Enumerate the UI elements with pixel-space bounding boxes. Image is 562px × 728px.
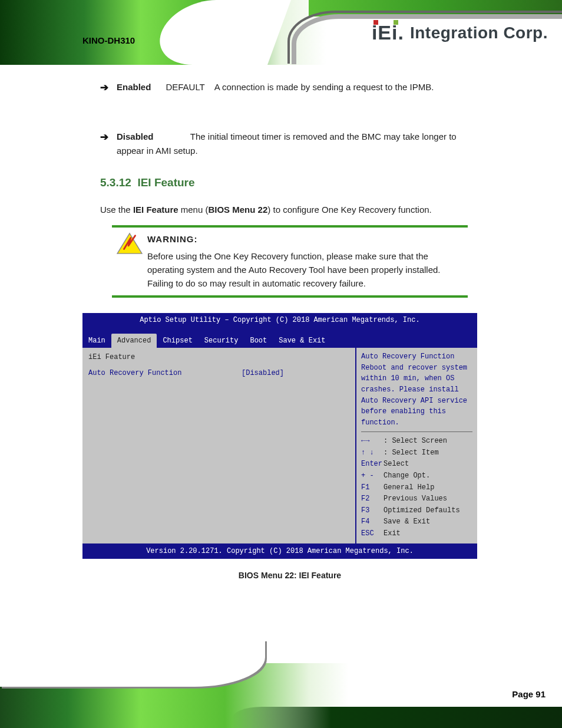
key-desc: : Select Item	[384, 449, 439, 457]
bios-tab-advanced[interactable]: Advanced	[111, 334, 157, 348]
bios-key-f3: F3Optimized Defaults	[361, 505, 472, 516]
logo-dot: .	[398, 21, 404, 44]
key-glyph: F4	[361, 516, 384, 528]
key-glyph: F3	[361, 505, 384, 516]
bios-key-f2: F2Previous Values	[361, 493, 472, 505]
bottom-white-swoosh	[0, 640, 265, 687]
logo-letter-i1: i	[372, 21, 378, 44]
warning-title: WARNING:	[147, 232, 464, 246]
bios-item-value: [Disabled]	[242, 368, 284, 379]
bios-key-ud: ↑ ↓: Select Item	[361, 447, 472, 459]
arrow-right-icon: ➔	[100, 130, 108, 157]
warning-inner: WARNING: Before using the One Key Recove…	[112, 228, 468, 295]
key-glyph: + -	[361, 470, 384, 482]
bios-help-text: Auto Recovery Function Reboot and recove…	[361, 351, 472, 428]
bullet-disabled-body: Disabled The initial timeout timer is re…	[117, 130, 480, 157]
key-desc: General Help	[384, 483, 434, 492]
key-glyph: Enter	[361, 459, 384, 470]
bios-key-lr: ←→: Select Screen	[361, 436, 472, 447]
bios-screen: Aptio Setup Utility – Copyright (C) 2018…	[82, 313, 477, 559]
bios-tab-main[interactable]: Main	[82, 334, 111, 348]
key-desc: Select	[384, 460, 409, 468]
bios-item-auto-recovery[interactable]: Auto Recovery Function [Disabled]	[88, 367, 349, 380]
bullet-enabled-default: DEFAULT	[166, 82, 204, 92]
key-glyph: ESC	[361, 528, 384, 539]
key-desc: Optimized Defaults	[384, 506, 460, 515]
bios-key-enter: EnterSelect	[361, 459, 472, 470]
bios-key-esc: ESCExit	[361, 528, 472, 539]
bios-setup-title: Aptio Setup Utility – Copyright (C) 2018…	[82, 313, 477, 326]
bios-body: iEi Feature Auto Recovery Function [Disa…	[82, 348, 477, 543]
bios-group-label: iEi Feature	[88, 351, 349, 364]
logo-letter-i2: i	[392, 21, 398, 44]
bios-tab-boot[interactable]: Boot	[244, 334, 273, 348]
key-glyph: F2	[361, 493, 384, 505]
bios-key-pm: + -Change Opt.	[361, 470, 472, 482]
bios-tab-chipset[interactable]: Chipset	[157, 334, 198, 348]
bios-divider	[361, 431, 472, 432]
key-desc: : Select Screen	[384, 437, 447, 445]
key-glyph: F1	[361, 482, 384, 493]
model-name: KINO-DH310	[82, 35, 135, 45]
bios-tab-save-exit[interactable]: Save & Exit	[273, 334, 331, 348]
key-desc: Change Opt.	[384, 472, 430, 480]
key-glyph: ↑ ↓	[361, 447, 384, 459]
warning-rule-bottom	[112, 295, 468, 298]
bios-group-text: iEi Feature	[88, 352, 242, 363]
bullet-enabled-body: Enabled DEFAULT A connection is made by …	[117, 80, 480, 95]
iei-logo: i E i .	[372, 21, 404, 44]
bios-footer: Version 2.20.1271. Copyright (C) 2018 Am…	[82, 543, 477, 559]
key-desc: Exit	[384, 529, 401, 538]
section-title: IEI Feature	[137, 176, 194, 189]
arrow-right-icon: ➔	[100, 80, 108, 95]
bullet-enabled: ➔ Enabled DEFAULT A connection is made b…	[100, 80, 480, 95]
logo-letter-e: E	[378, 21, 392, 44]
section-number: 5.3.12	[100, 176, 131, 189]
warning-icon	[115, 232, 144, 255]
bullet-disabled-desc: The initial timeout timer is removed and…	[117, 131, 457, 155]
bios-tab-security[interactable]: Security	[199, 334, 244, 348]
bios-header: Aptio Setup Utility – Copyright (C) 2018…	[82, 313, 477, 348]
top-banner: i E i . Integration Corp. KINO-DH310	[0, 0, 562, 65]
bottom-banner: Page 91	[0, 663, 562, 728]
bottom-dark-bar	[232, 707, 562, 728]
page-num: 91	[535, 689, 546, 699]
warning-text: Before using the One Key Recovery functi…	[147, 249, 464, 291]
bios-item-label: Auto Recovery Function	[88, 368, 242, 379]
warning-block: WARNING: Before using the One Key Recove…	[112, 225, 468, 298]
bullet-enabled-label: Enabled	[117, 82, 151, 92]
page-label: Page	[512, 689, 533, 699]
key-glyph: ←→	[361, 436, 384, 447]
bios-key-help: ←→: Select Screen ↑ ↓: Select Item Enter…	[361, 436, 472, 539]
bullet-disabled: ➔ Disabled The initial timeout timer is …	[100, 130, 480, 157]
logo-area: i E i . Integration Corp.	[372, 21, 548, 44]
section-intro: Use the IEI Feature menu (BIOS Menu 22) …	[100, 203, 480, 216]
logo-company-text: Integration Corp.	[410, 24, 548, 42]
page-number: Page 91	[512, 689, 546, 699]
bullet-disabled-label: Disabled	[117, 131, 154, 141]
key-desc: Save & Exit	[384, 518, 430, 526]
bios-key-f1: F1General Help	[361, 482, 472, 493]
section-heading: 5.3.12 IEI Feature	[100, 174, 480, 191]
key-desc: Previous Values	[384, 495, 447, 503]
bios-tabs: Main Advanced Chipset Security Boot Save…	[82, 325, 477, 348]
bios-caption: BIOS Menu 22: IEI Feature	[100, 569, 480, 582]
bios-key-f4: F4Save & Exit	[361, 516, 472, 528]
bios-right-pane: Auto Recovery Function Reboot and recove…	[356, 348, 477, 543]
bullet-enabled-desc: A connection is made by sending a reques…	[214, 82, 434, 92]
page-content: ➔ Enabled DEFAULT A connection is made b…	[0, 65, 562, 582]
bios-left-pane: iEi Feature Auto Recovery Function [Disa…	[82, 348, 356, 543]
